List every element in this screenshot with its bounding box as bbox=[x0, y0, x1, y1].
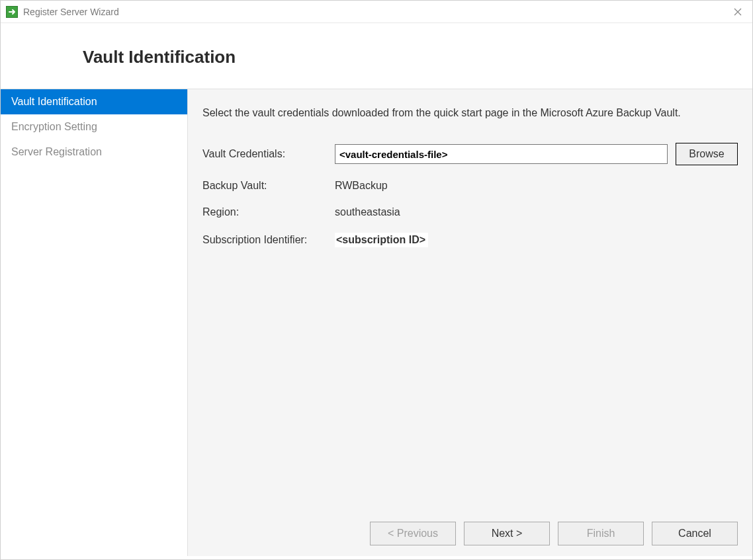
label-region: Region: bbox=[202, 206, 335, 218]
close-icon bbox=[734, 8, 742, 16]
wizard-footer: < Previous Next > Finish Cancel bbox=[202, 508, 738, 545]
value-subscription: <subscription ID> bbox=[335, 233, 428, 247]
previous-button: < Previous bbox=[370, 522, 456, 545]
window-title: Register Server Wizard bbox=[23, 7, 729, 17]
row-vault-credentials: Vault Credentials: Browse bbox=[202, 143, 738, 165]
browse-button[interactable]: Browse bbox=[676, 143, 738, 165]
titlebar: Register Server Wizard bbox=[1, 1, 752, 23]
finish-button: Finish bbox=[558, 522, 644, 545]
row-region: Region: southeastasia bbox=[202, 206, 738, 218]
wizard-body: Vault Identification Encryption Setting … bbox=[1, 89, 752, 556]
sidebar-item-label: Encryption Setting bbox=[11, 121, 97, 132]
app-icon bbox=[6, 6, 18, 18]
label-backup-vault: Backup Vault: bbox=[202, 180, 335, 192]
page-title: Vault Identification bbox=[83, 47, 752, 67]
vault-credentials-input[interactable] bbox=[335, 144, 668, 164]
sidebar-item-label: Server Registration bbox=[11, 146, 102, 157]
value-backup-vault: RWBackup bbox=[335, 180, 388, 192]
instruction-text: Select the vault credentials downloaded … bbox=[202, 105, 719, 120]
sidebar-item-label: Vault Identification bbox=[11, 96, 97, 107]
label-vault-credentials: Vault Credentials: bbox=[202, 148, 335, 160]
wizard-header: Vault Identification bbox=[1, 23, 752, 89]
sidebar-item-vault-identification[interactable]: Vault Identification bbox=[1, 89, 187, 114]
wizard-steps-sidebar: Vault Identification Encryption Setting … bbox=[1, 89, 187, 556]
close-button[interactable] bbox=[729, 4, 747, 20]
wizard-main-panel: Select the vault credentials downloaded … bbox=[187, 89, 752, 556]
row-backup-vault: Backup Vault: RWBackup bbox=[202, 180, 738, 192]
value-region: southeastasia bbox=[335, 206, 400, 218]
cancel-button[interactable]: Cancel bbox=[652, 522, 738, 545]
row-subscription: Subscription Identifier: <subscription I… bbox=[202, 233, 738, 247]
label-subscription: Subscription Identifier: bbox=[202, 234, 335, 246]
next-button[interactable]: Next > bbox=[464, 522, 550, 545]
sidebar-item-server-registration[interactable]: Server Registration bbox=[1, 140, 187, 165]
sidebar-item-encryption-setting[interactable]: Encryption Setting bbox=[1, 114, 187, 140]
